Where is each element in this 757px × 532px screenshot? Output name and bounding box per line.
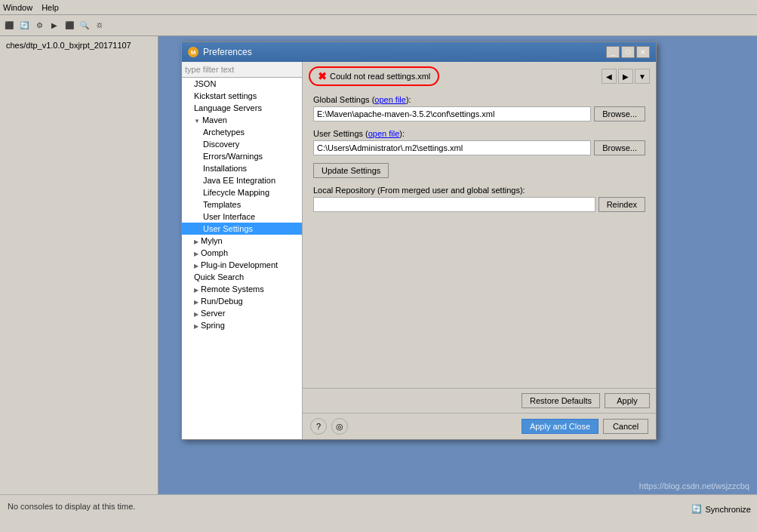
user-settings-input-row: Browse... [313,140,645,155]
dialog-app-icon: M [188,47,198,57]
tree-item-user-settings[interactable]: User Settings [182,223,302,235]
restore-defaults-button[interactable]: Restore Defaults [522,393,600,408]
content-panel: ✖ Could not read settings.xml ◀ ▶ ▼ Glob… [303,62,656,439]
dialog-titlebar: M Preferences _ □ ✕ [182,42,656,62]
apply-button[interactable]: Apply [605,393,650,408]
titlebar-controls: _ □ ✕ [606,46,650,58]
global-settings-row: Global Settings (open file): Browse... [313,95,645,121]
footer-right: Apply and Close Cancel [522,419,648,434]
global-settings-input-row: Browse... [313,106,645,121]
nav-back-button[interactable]: ◀ [602,69,617,84]
error-icon: ✖ [318,70,327,82]
tree-item-kickstart[interactable]: Kickstart settings [182,90,302,102]
global-settings-link[interactable]: open file [374,95,406,104]
footer-left: ? ◎ [310,418,348,435]
cancel-button[interactable]: Cancel [603,419,648,434]
help-button[interactable]: ? [310,418,327,435]
tree-item-errors-warnings[interactable]: Errors/Warnings [182,150,302,162]
tree-item-spring[interactable]: Spring [182,319,302,331]
tree-item-javaee[interactable]: Java EE Integration [182,174,302,186]
tree-item-mylyn[interactable]: Mylyn [182,235,302,247]
tree-item-json[interactable]: JSON [182,78,302,90]
user-settings-row: User Settings (open file): Browse... [313,129,645,155]
tree-scroll-container[interactable]: JSON Kickstart settings Language Servers… [182,78,302,431]
dialog-footer: ? ◎ Apply and Close Cancel [303,413,656,439]
tree-item-archetypes[interactable]: Archetypes [182,126,302,138]
tree-item-server[interactable]: Server [182,307,302,319]
user-settings-label: User Settings (open file): [313,129,645,138]
global-settings-label: Global Settings (open file): [313,95,645,104]
error-banner: ✖ Could not read settings.xml ◀ ▶ ▼ [309,66,650,86]
tree-panel: JSON Kickstart settings Language Servers… [182,62,303,439]
update-settings-row: Update Settings [313,163,645,178]
preferences-button[interactable]: ◎ [331,418,348,435]
tree-item-quick-search[interactable]: Quick Search [182,271,302,283]
user-settings-input[interactable] [313,140,591,155]
tree-item-run-debug[interactable]: Run/Debug [182,295,302,307]
tree-item-installations[interactable]: Installations [182,162,302,174]
local-repo-input-row: Reindex [313,197,645,212]
tree-item-plugin-dev[interactable]: Plug-in Development [182,259,302,271]
local-repo-input[interactable] [313,197,595,212]
minimize-button[interactable]: _ [606,46,620,58]
form-separator [313,178,645,186]
dialog-bottom-bar: Restore Defaults Apply [303,388,656,413]
local-repo-row: Local Repository (From merged user and g… [313,186,645,212]
nav-menu-button[interactable]: ▼ [635,69,650,84]
dialog-content: JSON Kickstart settings Language Servers… [182,62,656,439]
update-settings-button[interactable]: Update Settings [313,163,389,178]
reindex-button[interactable]: Reindex [599,197,645,212]
tree-item-discovery[interactable]: Discovery [182,138,302,150]
nav-arrows: ◀ ▶ ▼ [602,69,650,84]
tree-item-remote-systems[interactable]: Remote Systems [182,283,302,295]
dialog-title: Preferences [203,47,252,57]
dialog-overlay: M Preferences _ □ ✕ JSON Kickstart setti… [0,0,757,532]
tree-item-user-interface[interactable]: User Interface [182,211,302,223]
tree-filter-input[interactable] [182,62,302,78]
tree-item-maven[interactable]: Maven [182,114,302,126]
user-settings-link[interactable]: open file [368,129,400,138]
error-pill: ✖ Could not read settings.xml [309,66,439,86]
error-text: Could not read settings.xml [330,72,430,81]
tree-item-templates[interactable]: Templates [182,198,302,211]
titlebar-left: M Preferences [188,47,252,57]
tree-item-oomph[interactable]: Oomph [182,247,302,259]
global-settings-browse-button[interactable]: Browse... [594,106,645,121]
close-button[interactable]: ✕ [636,46,650,58]
local-repo-label: Local Repository (From merged user and g… [313,186,645,195]
user-settings-browse-button[interactable]: Browse... [594,140,645,155]
preferences-dialog: M Preferences _ □ ✕ JSON Kickstart setti… [181,42,657,440]
apply-and-close-button[interactable]: Apply and Close [522,419,599,434]
maximize-button[interactable]: □ [621,46,635,58]
form-area: Global Settings (open file): Browse... U… [303,86,656,388]
global-settings-input[interactable] [313,106,591,121]
tree-item-language-servers[interactable]: Language Servers [182,102,302,114]
tree-item-lifecycle[interactable]: Lifecycle Mapping [182,186,302,198]
nav-forward-button[interactable]: ▶ [618,69,633,84]
